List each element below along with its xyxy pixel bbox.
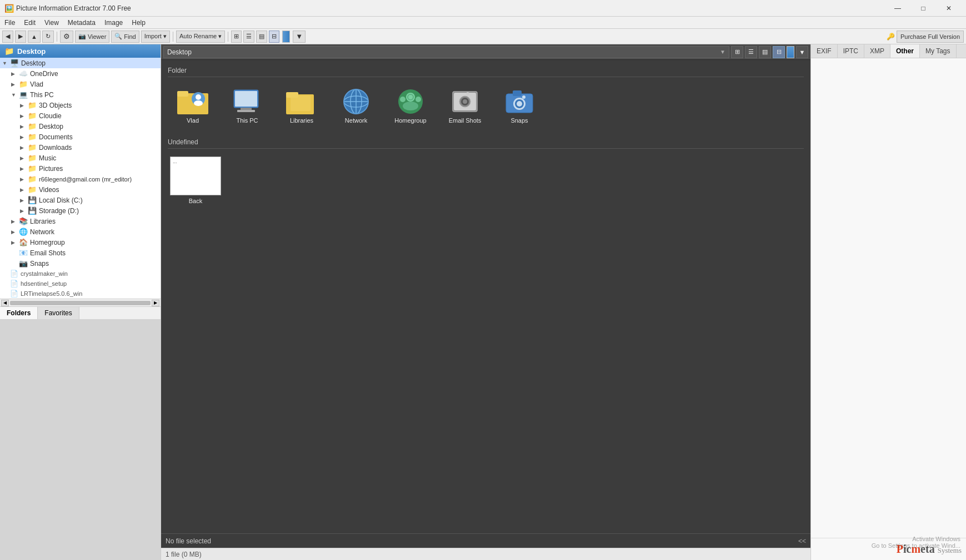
menu-edit[interactable]: Edit (19, 18, 40, 28)
import-button[interactable]: Import ▾ (141, 31, 170, 43)
folder-item-libraries[interactable]: Libraries (277, 83, 327, 127)
folder-item-snaps[interactable]: Snaps (494, 83, 544, 127)
tree-item-storadge[interactable]: ▶ 💾 Storadge (D:) (0, 205, 161, 216)
tree-item-label: OneDrive (30, 70, 58, 78)
meta-tab-xmp[interactable]: XMP (864, 44, 890, 58)
network-label: Network (345, 117, 367, 124)
libraries-icon: 📚 (19, 217, 28, 225)
view-mode-4[interactable]: ⊟ (773, 46, 785, 58)
scroll-right-btn[interactable]: ▶ (152, 300, 159, 306)
menu-file[interactable]: File (0, 18, 19, 28)
emailshots-icon: 📧 (19, 249, 28, 257)
pictures-icon: 📁 (28, 164, 37, 173)
color-swatch[interactable] (787, 46, 794, 58)
meta-tab-mytags[interactable]: My Tags (920, 44, 956, 58)
tree-item-localdisk[interactable]: ▶ 💾 Local Disk (C:) (0, 195, 161, 205)
collapse-btn[interactable]: << (798, 537, 806, 545)
svg-point-22 (403, 102, 418, 110)
bottom-branding: Picmeta Systems (811, 538, 966, 560)
tree-item-hdsentinel[interactable]: 📄 hdsentinel_setup (0, 279, 161, 289)
menu-view[interactable]: View (40, 18, 63, 28)
homegroup-icon: 🏠 (19, 238, 28, 246)
tree-item-documents[interactable]: ▶ 📁 Documents (0, 132, 161, 142)
desktopf-icon: 📁 (28, 122, 37, 130)
folder-item-vlad[interactable]: Vlad (168, 83, 218, 127)
center-panel: Desktop ▼ ⊞ ☰ ▤ ⊟ ▼ Folder (161, 44, 810, 560)
expander-icon: ▶ (20, 103, 28, 108)
tree-item-thispc[interactable]: ▼ 💻 This PC (0, 89, 161, 100)
scroll-thumb[interactable] (10, 301, 151, 305)
tab-favorites[interactable]: Favorites (38, 307, 79, 319)
purchase-button[interactable]: Purchase Full Version (897, 31, 964, 43)
tree-item-videos[interactable]: ▶ 📁 Videos (0, 184, 161, 195)
svg-rect-32 (513, 90, 522, 96)
scroll-left-btn[interactable]: ◀ (1, 300, 9, 306)
back-button[interactable]: ◀ (2, 31, 13, 43)
folder-item-thispc[interactable]: This PC (222, 83, 272, 127)
folder-item-emailshots[interactable]: Email Shots (440, 83, 490, 127)
tree-item-emailshots[interactable]: 📧 Email Shots (0, 248, 161, 258)
maximize-button[interactable]: □ (910, 0, 936, 17)
tree-item-lrtimelapse[interactable]: 📄 LRTimelapse5.0.6_win (0, 289, 161, 299)
folder-item-homegroup[interactable]: Homegroup (386, 83, 436, 127)
sidebar-header: 📁 Desktop (0, 44, 161, 58)
file-icon: 📄 (10, 290, 18, 297)
view-thumb-btn[interactable]: ⊟ (269, 31, 279, 43)
status-text: No file selected (166, 537, 211, 545)
tree-item-desktopf[interactable]: ▶ 📁 Desktop (0, 121, 161, 132)
svg-point-36 (522, 95, 525, 99)
find-button[interactable]: 🔍 Find (111, 31, 139, 43)
tree-item-music[interactable]: ▶ 📁 Music (0, 153, 161, 163)
menu-metadata[interactable]: Metadata (63, 18, 100, 28)
minimize-button[interactable]: — (885, 0, 910, 17)
tree-item-r66[interactable]: ▶ 📁 r66legend@gmail.com (mr_editor) (0, 174, 161, 184)
tree-item-label: Pictures (39, 165, 63, 173)
up-button[interactable]: ▲ (28, 31, 41, 43)
view-mode-2[interactable]: ☰ (745, 46, 757, 58)
filter-btn[interactable]: ▼ (796, 46, 808, 58)
tree-item-snaps[interactable]: 📷 Snaps (0, 258, 161, 269)
right-panel: EXIF IPTC XMP Other My Tags Picmeta Syst… (810, 44, 966, 560)
tree-item-cloudie[interactable]: ▶ 📁 Cloudie (0, 110, 161, 121)
path-bar[interactable]: Desktop ▼ (163, 46, 729, 58)
tree-item-downloads[interactable]: ▶ 📁 Downloads (0, 142, 161, 153)
tree-item-vlad[interactable]: ▶ 📁 Vlad (0, 79, 161, 89)
meta-tab-iptc[interactable]: IPTC (838, 44, 864, 58)
tree-item-onedrive[interactable]: ▶ ☁️ OneDrive (0, 68, 161, 79)
tree-item-homegroup[interactable]: ▶ 🏠 Homegroup (0, 237, 161, 248)
tab-folders[interactable]: Folders (0, 307, 38, 319)
status-bar: No file selected << (161, 533, 810, 548)
refresh-button[interactable]: ↻ (42, 31, 54, 43)
svg-point-5 (194, 100, 203, 106)
menu-help[interactable]: Help (127, 18, 150, 28)
close-button[interactable]: ✕ (936, 0, 962, 17)
tree-item-network[interactable]: ▶ 🌐 Network (0, 226, 161, 237)
tree-item-desktop[interactable]: ▼ 🖥️ Desktop (0, 58, 161, 68)
tree-item-label: Homegroup (30, 239, 65, 246)
sidebar-scrollbar-h[interactable]: ◀ ▶ (0, 299, 161, 306)
menu-image[interactable]: Image (100, 18, 127, 28)
folder-item-back[interactable]: ... Back (168, 154, 223, 206)
settings-button[interactable]: ⚙ (60, 31, 73, 43)
forward-button[interactable]: ▶ (15, 31, 26, 43)
view-mode-3[interactable]: ▤ (759, 46, 771, 58)
meta-tab-exif[interactable]: EXIF (811, 44, 838, 58)
filter-button[interactable]: ▼ (293, 31, 306, 43)
tree-item-3dobjects[interactable]: ▶ 📁 3D Objects (0, 100, 161, 110)
tree-item-libraries[interactable]: ▶ 📚 Libraries (0, 216, 161, 226)
meta-tab-other[interactable]: Other (890, 44, 920, 58)
network-icon: 🌐 (19, 228, 28, 236)
view-grid-btn[interactable]: ⊞ (231, 31, 242, 43)
view-detail-btn[interactable]: ▤ (256, 31, 267, 43)
autorename-button[interactable]: Auto Rename ▾ (176, 31, 225, 43)
expander-icon: ▶ (20, 208, 28, 214)
purchase-icon: 🔑 (887, 33, 895, 41)
tree-item-pictures[interactable]: ▶ 📁 Pictures (0, 163, 161, 174)
view-list-btn[interactable]: ☰ (243, 31, 254, 43)
sidebar-tabs: Folders Favorites (0, 306, 161, 319)
viewer-button[interactable]: 📷 Viewer (75, 31, 109, 43)
view-mode-1[interactable]: ⊞ (731, 46, 743, 58)
expander-icon: ▶ (20, 134, 28, 140)
folder-item-network[interactable]: Network (331, 83, 381, 127)
tree-item-crystalmaker[interactable]: 📄 crystalmaker_win (0, 269, 161, 279)
